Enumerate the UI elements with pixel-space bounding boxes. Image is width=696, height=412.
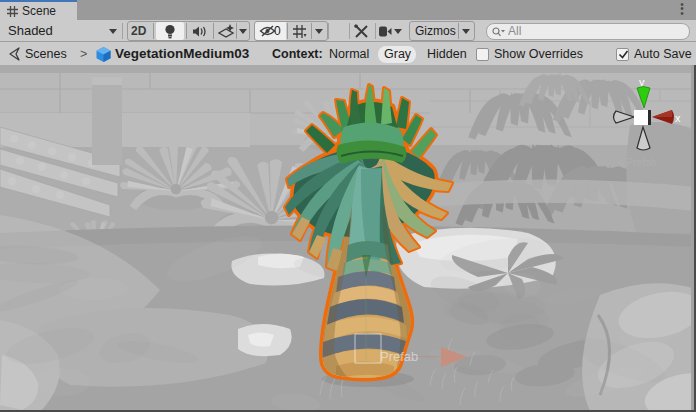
svg-text:x: x (675, 112, 681, 124)
svg-text:< Prefab: < Prefab (618, 157, 657, 168)
